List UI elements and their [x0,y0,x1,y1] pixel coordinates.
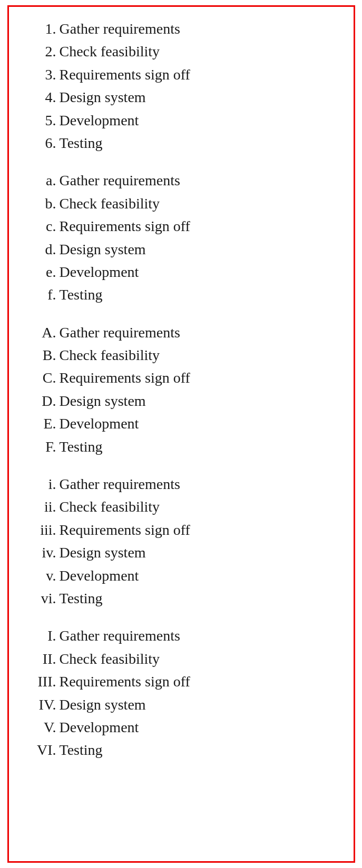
list-item: VI.Testing [30,739,332,761]
list-text: Gather requirements [60,324,180,341]
list-item: 4.Design system [30,86,332,108]
list-marker: i. [30,473,56,495]
list-text: Development [60,264,139,280]
list-text: Requirements sign off [60,673,190,690]
list-marker: IV. [30,693,56,716]
list-text: Design system [60,696,146,713]
list-marker: f. [30,283,56,306]
list-item: 3.Requirements sign off [30,63,332,86]
list-marker: 1. [30,17,56,40]
list-item: d.Design system [30,238,332,261]
list-marker: a. [30,169,56,192]
list-marker: b. [30,192,56,215]
list-item: e.Development [30,261,332,283]
list-marker: E. [30,412,56,435]
list-item: A.Gather requirements [30,321,332,344]
list-text: Requirements sign off [60,522,190,538]
list-text: Requirements sign off [60,370,190,386]
list-text: Testing [60,590,103,606]
list-marker: I. [30,624,56,647]
list-marker: VI. [30,739,56,761]
list-text: Check feasibility [60,651,160,667]
list-text: Testing [60,742,103,758]
list-item: b.Check feasibility [30,192,332,215]
list-marker: III. [30,670,56,693]
list-marker: F. [30,435,56,458]
list-text: Gather requirements [60,627,180,644]
list-marker: 6. [30,132,56,154]
list-section-upper-alpha: A.Gather requirementsB.Check feasibility… [30,321,332,458]
list-marker: A. [30,321,56,344]
list-item: II.Check feasibility [30,647,332,670]
list-item: i.Gather requirements [30,473,332,495]
list-marker: iii. [30,518,56,541]
list-text: Development [60,112,139,128]
list-item: c.Requirements sign off [30,215,332,237]
list-text: Check feasibility [60,347,160,363]
list-marker: C. [30,366,56,389]
list-text: Development [60,567,139,584]
list-text: Requirements sign off [60,218,190,234]
list-item: 2.Check feasibility [30,40,332,63]
list-text: Check feasibility [60,195,160,212]
list-text: Design system [60,544,146,561]
list-text: Design system [60,89,146,105]
list-marker: e. [30,261,56,283]
list-text: Testing [60,286,103,303]
list-marker: D. [30,390,56,412]
list-item: a.Gather requirements [30,169,332,192]
list-item: IV.Design system [30,693,332,716]
list-text: Gather requirements [60,476,180,492]
list-marker: 5. [30,109,56,132]
list-marker: vi. [30,587,56,610]
list-item: 5.Development [30,109,332,132]
list-item: I.Gather requirements [30,624,332,647]
list-section-decimal: 1.Gather requirements2.Check feasibility… [30,17,332,154]
list-text: Testing [60,135,103,151]
list-marker: 3. [30,63,56,86]
list-marker: c. [30,215,56,237]
list-item: f.Testing [30,283,332,306]
list-text: Testing [60,438,103,455]
list-item: B.Check feasibility [30,344,332,366]
list-item: v.Development [30,564,332,587]
list-item: iii.Requirements sign off [30,518,332,541]
page-container: 1.Gather requirements2.Check feasibility… [7,5,355,863]
list-marker: v. [30,564,56,587]
list-item: 1.Gather requirements [30,17,332,40]
list-item: E.Development [30,412,332,435]
list-text: Design system [60,241,146,257]
list-item: F.Testing [30,435,332,458]
list-text: Design system [60,393,146,409]
list-item: 6.Testing [30,132,332,154]
list-marker: 4. [30,86,56,108]
list-item: ii.Check feasibility [30,495,332,518]
list-section-lower-alpha: a.Gather requirementsb.Check feasibility… [30,169,332,306]
list-item: III.Requirements sign off [30,670,332,693]
list-section-lower-roman: i.Gather requirementsii.Check feasibilit… [30,473,332,610]
list-item: iv.Design system [30,541,332,564]
list-item: C.Requirements sign off [30,366,332,389]
list-marker: V. [30,716,56,739]
list-text: Requirements sign off [60,66,190,83]
list-text: Check feasibility [60,43,160,59]
list-marker: 2. [30,40,56,63]
list-marker: II. [30,647,56,670]
list-text: Development [60,415,139,432]
list-item: vi.Testing [30,587,332,610]
list-marker: B. [30,344,56,366]
list-item: V.Development [30,716,332,739]
list-text: Development [60,719,139,735]
list-section-upper-roman: I.Gather requirementsII.Check feasibilit… [30,624,332,761]
list-marker: ii. [30,495,56,518]
list-text: Gather requirements [60,21,180,37]
list-text: Check feasibility [60,498,160,515]
list-text: Gather requirements [60,172,180,188]
list-marker: iv. [30,541,56,564]
list-marker: d. [30,238,56,261]
list-item: D.Design system [30,390,332,412]
